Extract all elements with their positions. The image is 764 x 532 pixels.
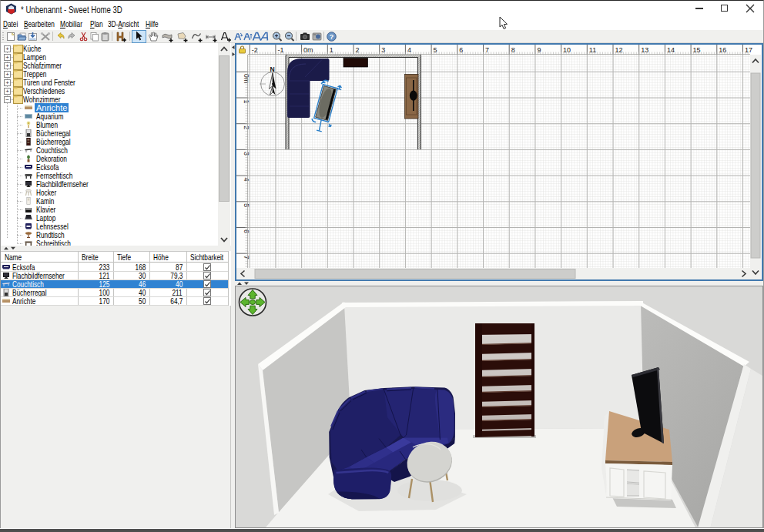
svg-text:N: N [270,65,275,73]
svg-text:0m: 0m [243,74,250,84]
svg-text:16: 16 [719,46,726,54]
svg-text:11: 11 [589,46,596,54]
svg-text:10: 10 [563,46,571,54]
svg-text:?: ? [330,33,334,41]
svg-text:15: 15 [693,46,701,54]
svg-text:17: 17 [745,46,752,54]
svg-text:0m: 0m [303,46,313,54]
svg-text:14: 14 [667,46,675,54]
svg-text:12: 12 [615,46,623,54]
svg-text:13: 13 [641,46,648,54]
